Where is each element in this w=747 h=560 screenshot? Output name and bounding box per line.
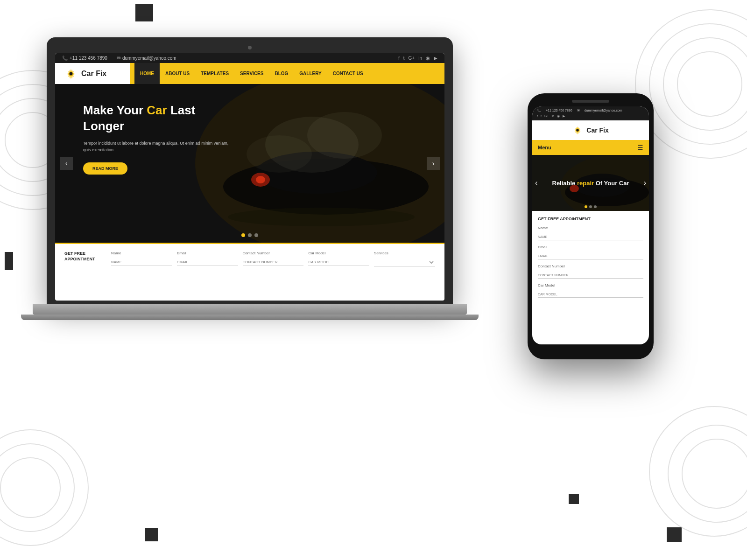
phone-mockup: 📞 +11 123 456 7890 ✉ dummyemail@yahoo.co… [528,93,654,359]
topbar-phone: 📞 +11 123 456 7890 [62,56,107,61]
phone-rss-icon[interactable]: ◉ [557,114,560,118]
phone-screen: 📞 +11 123 456 7890 ✉ dummyemail@yahoo.co… [532,106,649,344]
name-input[interactable] [111,259,172,266]
laptop-mockup: 📞 +11 123 456 7890 ✉ dummyemail@yahoo.co… [47,37,479,320]
phone-dot-2[interactable] [589,205,592,208]
nav-blog[interactable]: BLOG [269,63,294,84]
decor-circle-r2 [649,23,747,145]
carmodel-label: Car Model [308,251,369,255]
email-field-wrap: Email [177,251,238,266]
phone-hero-next[interactable]: › [644,179,646,187]
laptop-camera [248,46,252,49]
hero-cta-button[interactable]: READ MORE [83,162,127,175]
phone-contact-label: Contact Number [538,264,643,268]
site-header: Car Fix HOME ABOUT US TEMPLATES SERVICES… [55,63,444,84]
laptop-body: 📞 +11 123 456 7890 ✉ dummyemail@yahoo.co… [47,37,453,304]
phone-email-label: Email [538,245,643,249]
laptop-foot [21,315,479,320]
phone-social-bar: f t G+ in ◉ ▶ [537,114,644,118]
site-topbar: 📞 +11 123 456 7890 ✉ dummyemail@yahoo.co… [55,53,444,63]
phone-hero: Reliable repair Of Your Car ‹ › [532,155,649,211]
name-label: Name [111,251,172,255]
phone-appointment: GET FREE APPOINTMENT Name Email Contact … [532,211,649,328]
decor-circle-bl3 [0,457,61,518]
rss-icon[interactable]: ◉ [426,56,430,61]
appointment-title-line2: APPOINTMENT [64,257,102,262]
contact-field-wrap: Contact Number [243,251,304,266]
phone-hero-dots [585,205,597,208]
nav-about[interactable]: ABOUT US [160,63,195,84]
logo-text: Car Fix [81,70,106,78]
appointment-label: GET FREE APPOINTMENT [64,251,102,262]
decor-square-2 [569,494,579,504]
hero-description: Tempor incididunt ut labore et dolore ma… [83,140,237,154]
contact-label: Contact Number [243,251,304,255]
phone-li-icon[interactable]: in [551,114,554,118]
name-field-wrap: Name [111,251,172,266]
site-logo: Car Fix [55,63,130,84]
phone-carmodel-label: Car Model [538,283,643,287]
googleplus-icon[interactable]: G+ [409,56,415,61]
nav-gallery[interactable]: GALLERY [294,63,327,84]
phone-topbar: 📞 +11 123 456 7890 ✉ dummyemail@yahoo.co… [532,106,649,120]
services-field-wrap: Services [374,251,435,266]
services-select[interactable] [374,258,435,266]
email-label: Email [177,251,238,255]
facebook-icon[interactable]: f [398,56,400,61]
phone-body: 📞 +11 123 456 7890 ✉ dummyemail@yahoo.co… [528,93,654,359]
phone-contact-input[interactable] [538,272,643,279]
hero-dot-2[interactable] [248,233,252,237]
email-icon: ✉ [117,56,120,61]
phone-menu-bar[interactable]: Menu ☰ [532,140,649,155]
phone-hero-prev[interactable]: ‹ [535,179,537,187]
phone-name-label: Name [538,226,643,230]
hero-next-button[interactable]: › [427,157,440,170]
linkedin-icon[interactable]: in [418,56,422,61]
phone-dot-1[interactable] [585,205,587,208]
appointment-section: GET FREE APPOINTMENT Name Email Contact … [55,243,444,280]
laptop-screen: 📞 +11 123 456 7890 ✉ dummyemail@yahoo.co… [55,53,444,301]
phone-appt-title: GET FREE APPOINTMENT [538,217,643,221]
youtube-icon[interactable]: ▶ [434,56,437,61]
svg-point-11 [228,208,415,226]
phone-email-addr: dummyemail@yahoo.com [585,109,622,112]
phone-dot-3[interactable] [594,205,597,208]
carmodel-field-wrap: Car Model [308,251,369,266]
email-input[interactable] [177,259,238,266]
phone-hamburger-icon[interactable]: ☰ [637,144,643,151]
phone-logo-area: Car Fix [532,120,649,140]
svg-point-1 [70,72,73,75]
phone-contact-bar: 📞 +11 123 456 7890 ✉ dummyemail@yahoo.co… [537,109,644,112]
decor-square-4 [145,528,158,541]
contact-input[interactable] [243,259,304,266]
hero-dot-3[interactable] [254,233,258,237]
phone-contact-field: Contact Number [538,264,643,279]
decor-circle-bl2 [0,443,75,532]
services-label: Services [374,251,435,255]
nav-contact[interactable]: CONTACT US [327,63,369,84]
nav-home[interactable]: HOME [134,63,160,84]
nav-services[interactable]: SERVICES [234,63,269,84]
twitter-icon[interactable]: t [403,56,405,61]
phone-carmodel-field: Car Model [538,283,643,298]
phone-gp-icon[interactable]: G+ [544,114,549,118]
phone-email-input[interactable] [538,253,643,259]
topbar-social: f t G+ in ◉ ▶ [398,56,437,61]
decor-circle-br2 [668,425,747,523]
phone-name-input[interactable] [538,234,643,240]
hero-dots [241,233,258,237]
phone-tw-icon[interactable]: t [541,114,542,118]
hero-dot-1[interactable] [241,233,245,237]
phone-carmodel-input[interactable] [538,291,643,298]
decor-circle-br3 [682,439,747,509]
carmodel-input[interactable] [308,259,369,266]
site-hero: Make Your Car Last Longer Tempor incidid… [55,84,444,243]
phone-yt-icon[interactable]: ▶ [563,114,565,118]
phone-email-icon: ✉ [577,109,580,112]
phone-fb-icon[interactable]: f [537,114,538,118]
hero-content: Make Your Car Last Longer Tempor incidid… [55,84,265,193]
hero-title: Make Your Car Last Longer [83,103,237,134]
phone-logo-text: Car Fix [586,126,608,134]
laptop-base [33,304,467,315]
nav-templates[interactable]: TEMPLATES [195,63,234,84]
